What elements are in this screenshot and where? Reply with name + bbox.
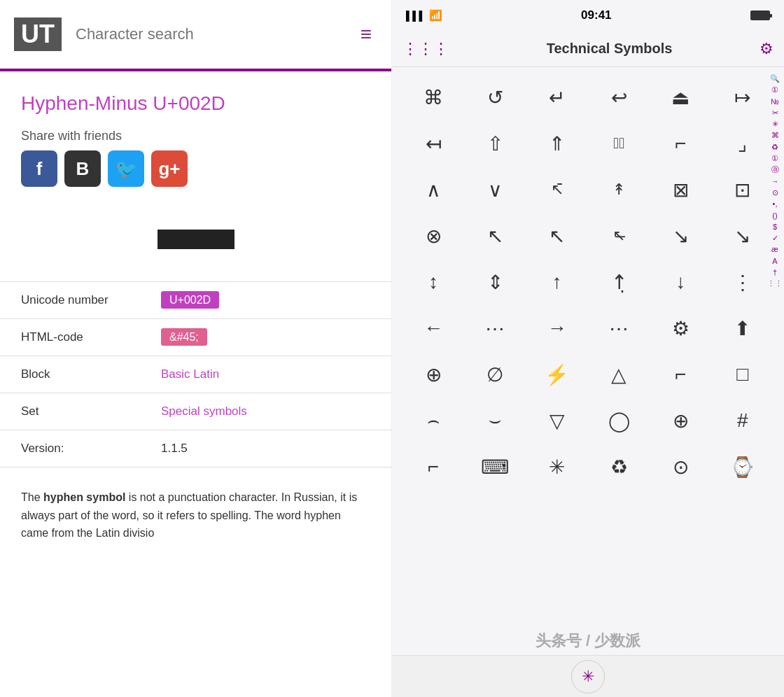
quicknav-dagger[interactable]: † — [773, 267, 777, 277]
symbol-enter[interactable]: ↩ — [594, 80, 643, 115]
unicode-badge[interactable]: U+002D — [161, 291, 219, 309]
symbol-vdots[interactable]: ⋮ — [718, 265, 767, 300]
quicknav-a[interactable]: ⓐ — [771, 164, 779, 174]
symbol-tab-left[interactable]: ↤ — [409, 126, 458, 161]
quicknav-search[interactable]: 🔍 — [770, 73, 780, 83]
symbol-nw4[interactable]: ↖̶ — [594, 218, 643, 253]
share-section: Share with friends f B 🐦 g+ — [0, 122, 391, 197]
logo: UT — [14, 17, 62, 51]
hamburger-button[interactable]: ≡ — [355, 17, 377, 51]
symbol-caret-up[interactable]: ∧ — [409, 172, 458, 207]
symbol-corner[interactable]: ⌐ — [656, 126, 705, 161]
symbol-up[interactable]: ↑ — [533, 265, 582, 300]
set-label: Set — [21, 404, 161, 418]
symbol-return[interactable]: ↵ — [533, 80, 582, 115]
quicknav-circle2[interactable]: ① — [771, 153, 778, 163]
social-icons: f B 🐦 g+ — [21, 150, 370, 187]
quicknav-capA[interactable]: A — [772, 256, 777, 266]
symbol-watch[interactable]: ⌚ — [718, 449, 767, 484]
symbol-nw2[interactable]: ↖ — [470, 218, 519, 253]
quicknav-dollar[interactable]: $ — [773, 222, 777, 232]
symbol-corner3[interactable]: ⌐ — [409, 449, 458, 484]
symbol-updown2[interactable]: ⇕ — [470, 265, 519, 300]
symbol-cmd[interactable]: ⌘ — [409, 80, 458, 115]
symbol-circledx[interactable]: ⊗ — [409, 218, 458, 253]
symbol-right[interactable]: → — [533, 311, 582, 346]
set-link[interactable]: Special symbols — [161, 404, 247, 418]
symbol-oplus[interactable]: ⊕ — [409, 357, 458, 392]
quicknav-scissors[interactable]: ✂ — [772, 108, 778, 118]
quicknav-cmd[interactable]: ⌘ — [771, 130, 779, 140]
symbol-row: ← ⋯ → ⋯ ⚙ ⬆ — [402, 305, 774, 351]
list-icon[interactable]: ⋮⋮⋮ — [402, 40, 449, 58]
side-quicknav: 🔍 ① № ✂ ✳ ⌘ ♻ ① ⓐ → ⊙ •, () $ ✓ æ A † ⋮⋮ — [766, 70, 784, 293]
symbol-nw-arrow[interactable]: ↖̄ — [533, 172, 582, 207]
symbol-up-bar[interactable]: ↟ — [594, 172, 643, 207]
symbol-down[interactable]: ↓ — [656, 265, 705, 300]
facebook-button[interactable]: f — [21, 150, 57, 187]
symbol-invtriangle[interactable]: ▽ — [533, 403, 582, 438]
html-badge[interactable]: &#45; — [161, 328, 207, 346]
status-bar: ▌▌▌ 📶 09:41 — [392, 0, 784, 31]
signal-bars: ▌▌▌ — [406, 10, 426, 21]
symbol-square[interactable]: □ — [718, 357, 767, 392]
quicknav-ae[interactable]: æ — [771, 244, 778, 254]
symbol-recycle[interactable]: ♻ — [594, 449, 643, 484]
symbol-lightning[interactable]: ⚡ — [533, 357, 582, 392]
symbol-se[interactable]: ↘ — [656, 218, 705, 253]
bbm-button[interactable]: B — [64, 150, 101, 187]
symbol-shift[interactable]: ⇧ — [470, 126, 519, 161]
symbol-left[interactable]: ← — [409, 311, 458, 346]
symbol-arc[interactable]: ⌢ — [409, 403, 458, 438]
quicknav-star[interactable]: ✳ — [772, 119, 778, 129]
quicknav-paren[interactable]: () — [772, 211, 777, 220]
quicknav-grid[interactable]: ⋮⋮ — [767, 279, 783, 288]
symbol-up-shift[interactable]: ⇑ — [533, 126, 582, 161]
symbol-updown[interactable]: ↕ — [409, 265, 458, 300]
symbol-ne[interactable]: ↗⃒ — [594, 126, 643, 161]
symbol-asterisk[interactable]: ✳ — [533, 449, 582, 484]
symbol-caret-down[interactable]: ∨ — [470, 172, 519, 207]
symbol-row: ⌐ ⌨ ✳ ♻ ⊙ ⌚ — [402, 444, 774, 490]
symbol-eject[interactable]: ⏏ — [656, 80, 705, 115]
symbol-crosshair[interactable]: ⊕ — [656, 403, 705, 438]
block-link[interactable]: Basic Latin — [161, 367, 219, 381]
symbol-rdots[interactable]: ⋯ — [594, 311, 643, 346]
symbol-gear[interactable]: ⚙ — [656, 311, 705, 346]
symbol-se2[interactable]: ↘ — [718, 218, 767, 253]
quicknav-check[interactable]: ✓ — [772, 233, 778, 243]
twitter-button[interactable]: 🐦 — [108, 150, 144, 187]
quicknav-comma[interactable]: •, — [773, 199, 778, 209]
symbol-ldots[interactable]: ⋯ — [470, 311, 519, 346]
quicknav-recycle[interactable]: ♻ — [771, 142, 778, 152]
quicknav-dot[interactable]: ⊙ — [772, 188, 778, 197]
symbol-emptyset[interactable]: ∅ — [470, 357, 519, 392]
symbol-corner-l[interactable]: ⌐ — [656, 357, 705, 392]
symbol-bullseye[interactable]: ⊙ — [656, 449, 705, 484]
google-button[interactable]: g+ — [151, 150, 188, 187]
quicknav-arrow[interactable]: → — [771, 176, 779, 186]
search-input[interactable] — [76, 25, 355, 43]
symbol-corner2[interactable]: ⌟ — [718, 126, 767, 161]
symbol-keyboard[interactable]: ⌨ — [470, 449, 519, 484]
symbol-circle[interactable]: ◯ — [594, 403, 643, 438]
symbol-nw3[interactable]: ↖ — [533, 218, 582, 253]
mobile-nav: ⋮⋮⋮ Technical Symbols ⚙ — [392, 31, 784, 67]
symbol-up-dot[interactable]: ↑̣ — [594, 265, 643, 300]
quicknav-circle1[interactable]: ① — [771, 85, 778, 94]
symbol-upbase[interactable]: ⬆ — [718, 311, 767, 346]
quicknav-no[interactable]: № — [771, 97, 779, 106]
symbol-arc2[interactable]: ⌣ — [470, 403, 519, 438]
symbol-undo[interactable]: ↺ — [470, 80, 519, 115]
character-name: Hyphen-Minus U+002D — [21, 92, 370, 115]
bottom-star-button[interactable]: ✳ — [571, 660, 605, 694]
symbol-tab-right[interactable]: ↦ — [718, 80, 767, 115]
header: UT ≡ — [0, 0, 391, 71]
symbol-triangle[interactable]: △ — [594, 357, 643, 392]
symbol-boxcross[interactable]: ⊡ — [718, 172, 767, 207]
symbol-hash[interactable]: # — [718, 403, 767, 438]
status-time: 09:41 — [442, 8, 750, 22]
gear-icon[interactable]: ⚙ — [760, 40, 774, 58]
symbol-boxtimes[interactable]: ⊠ — [656, 172, 705, 207]
bottom-bar: ✳ — [392, 655, 784, 697]
